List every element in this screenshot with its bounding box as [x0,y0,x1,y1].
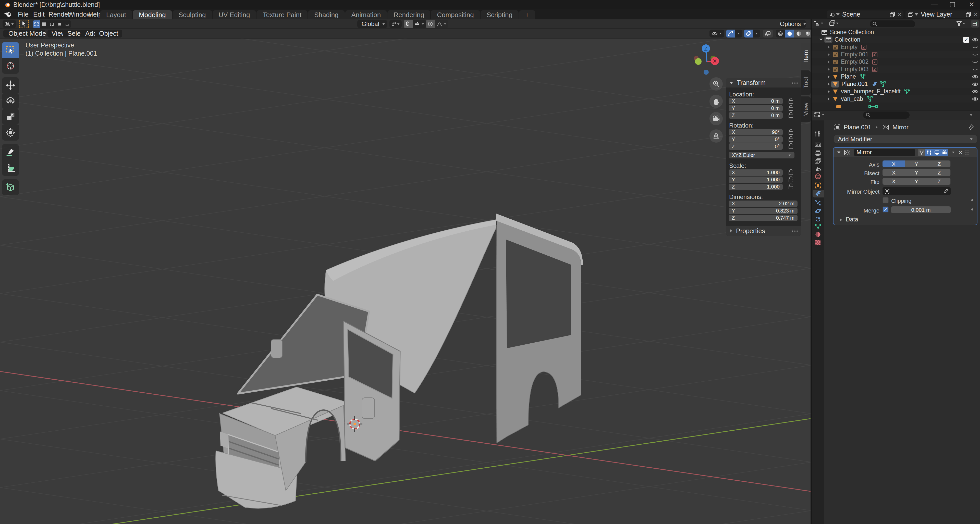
shading-wireframe-button[interactable] [776,30,785,38]
dimensions-y-field[interactable]: Y0.823 m [729,208,797,214]
tab-uv-editing[interactable]: UV Editing [213,10,256,19]
transform-panel-header[interactable]: Transform [726,78,801,87]
outliner-row-empty-001[interactable]: Empty.001 [811,51,980,58]
scale-z-field[interactable]: Z1.000 [729,184,783,190]
flip-y-button[interactable]: Y [905,178,928,185]
bisect-x-button[interactable]: X [883,169,905,176]
ptab-render[interactable] [814,141,822,148]
new-collection-button[interactable] [971,20,979,27]
modifier-name-field[interactable]: Mirror [854,149,915,156]
tool-select-box[interactable] [2,42,19,58]
select-mode-intersect[interactable] [63,21,71,28]
modifier-extras-dropdown[interactable] [952,152,954,153]
npanel-tab-view[interactable]: View [801,97,811,122]
eye-closed-icon[interactable] [972,44,978,50]
editor-type-button[interactable] [3,20,16,28]
new-view-layer-icon[interactable] [966,11,972,17]
tool-scale[interactable] [2,109,19,125]
xray-toggle[interactable] [763,30,773,38]
merge-value-slider[interactable]: 0.001 m [891,206,951,213]
properties-editor-type-button[interactable] [814,111,825,118]
overlays-dropdown[interactable] [753,30,760,38]
data-subpanel-label[interactable]: Data [846,216,858,223]
tool-transform[interactable] [2,125,19,141]
scene-selector[interactable]: Scene × [827,11,904,18]
rotation-z-field[interactable]: Z0° [729,143,783,150]
toggle-edit-mode[interactable] [925,149,933,156]
breadcrumb-modifier[interactable]: Mirror [892,124,908,131]
show-overlays-toggle[interactable] [744,30,753,38]
outliner-row-partial[interactable] [811,103,980,110]
axis-x-button[interactable]: X [883,160,905,167]
viewport-menu-object[interactable]: Object [95,30,122,38]
options-dropdown[interactable]: Options [780,20,806,28]
location-z-field[interactable]: Z0 m [729,112,783,119]
tool-rotate[interactable] [2,93,19,109]
outliner-row-empty[interactable]: Empty [811,43,980,51]
rotation-y-field[interactable]: Y0° [729,136,783,143]
active-tool-indicator[interactable] [19,20,29,28]
mode-dropdown[interactable]: Object Mode [3,30,45,38]
ptab-physics[interactable] [814,207,822,215]
select-mode-set[interactable] [33,21,40,28]
remove-view-layer-icon[interactable]: × [974,11,977,18]
tool-annotate[interactable] [2,144,19,160]
properties-search-input[interactable] [863,111,910,119]
zoom-button[interactable] [710,77,723,91]
npanel-tab-tool[interactable]: Tool [801,70,811,95]
tab-animation[interactable]: Animation [345,10,387,19]
outliner-row-plane-001[interactable]: Plane.001 [811,80,980,88]
restore-button[interactable] [950,2,955,7]
eye-open-icon[interactable] [972,96,978,102]
show-gizmo-toggle[interactable] [726,30,735,38]
pivot-point-dropdown[interactable] [390,20,402,28]
eye-open-icon[interactable] [972,89,978,94]
bisect-y-button[interactable]: Y [905,169,928,176]
eye-closed-icon[interactable] [972,67,978,72]
outliner-row-scene-collection[interactable]: Scene Collection [811,29,980,36]
snap-settings-dropdown[interactable] [413,20,426,28]
ptab-object[interactable] [814,182,822,189]
ptab-constraints[interactable] [814,215,822,223]
shading-material-button[interactable] [794,30,803,38]
panel-drag-dots[interactable] [792,229,798,232]
show-object-types-dropdown[interactable] [710,30,724,38]
ptab-particles[interactable] [814,199,822,206]
perspective-toggle-button[interactable] [710,129,723,143]
ptab-material[interactable] [814,230,822,238]
data-expand-icon[interactable] [840,218,842,222]
ptab-world[interactable] [814,173,822,180]
tab-texture-paint[interactable]: Texture Paint [256,10,307,19]
location-lock-icons[interactable] [788,98,794,149]
gizmo-axis-y[interactable] [695,58,702,65]
npanel-tab-item[interactable]: Item [801,43,811,69]
outliner-row-empty-002[interactable]: Empty.002 [811,58,980,65]
scale-lock-icons[interactable] [788,169,794,192]
outliner-editor-type-button[interactable] [814,20,824,26]
flip-x-button[interactable]: X [883,178,905,185]
tab-scripting[interactable]: Scripting [480,10,519,19]
tool-move[interactable] [2,77,19,93]
ptab-output[interactable] [814,149,822,157]
ptab-object-data[interactable] [814,223,822,230]
eye-open-icon[interactable] [972,37,978,43]
transform-orientation-dropdown[interactable]: Global [357,20,387,28]
rotation-mode-dropdown[interactable]: XYZ Euler [729,152,794,159]
tab-modeling[interactable]: Modeling [133,10,172,19]
axis-y-button[interactable]: Y [905,160,928,167]
dimensions-x-field[interactable]: X2.02 m [729,200,797,207]
proportional-editing-toggle[interactable] [426,20,435,28]
bisect-z-button[interactable]: Z [928,169,951,176]
properties-options-dropdown[interactable] [970,114,972,116]
scale-x-field[interactable]: X1.000 [729,169,783,176]
viewport-3d[interactable]: User Perspective (1) Collection | Plane.… [0,38,811,524]
toggle-realtime[interactable] [933,149,941,156]
clipping-checkbox[interactable] [883,197,889,203]
location-y-field[interactable]: Y0 m [729,105,783,111]
select-mode-invert[interactable] [56,21,63,28]
eye-open-icon[interactable] [972,81,978,87]
merge-checkbox[interactable]: ✓ [883,206,889,213]
panel-drag-dots[interactable] [792,81,798,84]
outliner-filter-button[interactable] [956,21,966,27]
ptab-view-layer[interactable] [814,157,822,165]
